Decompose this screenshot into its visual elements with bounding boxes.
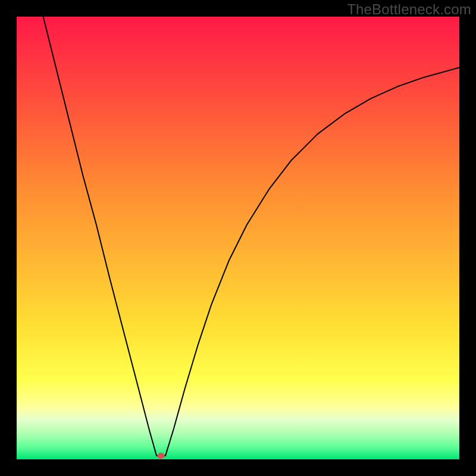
bottleneck-chart <box>0 0 476 476</box>
watermark-label: TheBottleneck.com <box>347 1 471 18</box>
bottleneck-marker <box>158 453 165 459</box>
plot-area <box>17 17 459 459</box>
chart-container: TheBottleneck.com <box>0 0 476 476</box>
